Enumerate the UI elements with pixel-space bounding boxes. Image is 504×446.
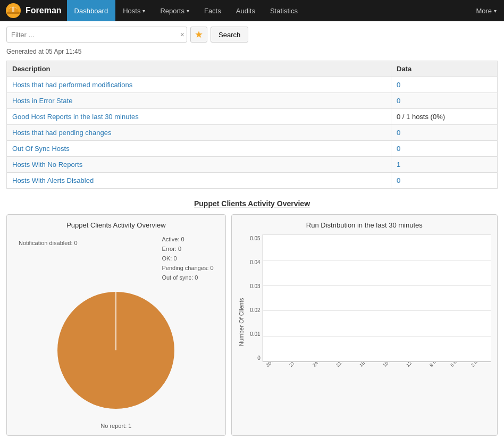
row-data: 0 <box>391 173 498 189</box>
y-label-0: 0 <box>257 355 261 361</box>
nav-items: Dashboard Hosts ▾ Reports ▾ Facts Audits… <box>67 0 305 21</box>
navbar-right: More ▾ <box>468 0 504 21</box>
reports-arrow: ▾ <box>187 8 189 14</box>
y-label-1: 0.01 <box>250 331 260 337</box>
x-label-27: 27 minutes <box>288 362 308 368</box>
row-description-link[interactable]: Hosts in Error State <box>12 97 72 105</box>
search-button[interactable]: Search <box>211 27 248 43</box>
grid-line-5 <box>263 336 491 336</box>
x-label-6: 6 minutes <box>449 362 468 368</box>
row-data-link[interactable]: 0 <box>397 129 400 137</box>
pie-label-active: Active: 0 <box>162 234 213 244</box>
brand: Foreman <box>0 0 67 21</box>
row-data-link[interactable]: 0 <box>397 81 400 89</box>
pie-label-error: Error: 0 <box>162 244 213 254</box>
pie-label-ok: OK: 0 <box>162 254 213 263</box>
charts-section-title: Puppet Clients Activity Overview <box>6 199 498 208</box>
nav-facts[interactable]: Facts <box>197 0 229 21</box>
table-row: Hosts in Error State0 <box>7 93 498 109</box>
table-row: Hosts that had performed modifications0 <box>7 77 498 93</box>
x-label-18: 18 minutes <box>358 362 379 368</box>
row-data: 1 <box>391 157 498 173</box>
bookmark-button[interactable]: ★ <box>190 27 207 43</box>
nav-reports[interactable]: Reports ▾ <box>153 0 197 21</box>
row-description-link[interactable]: Hosts that had pending changes <box>12 129 111 137</box>
row-data: 0 <box>391 93 498 109</box>
row-data-link[interactable]: 0 <box>397 176 400 184</box>
x-label-12: 12 minutes <box>405 362 425 368</box>
table-row: Good Host Reports in the last 30 minutes… <box>7 109 498 125</box>
table-row: Out Of Sync Hosts0 <box>7 141 498 157</box>
pie-label-no-report: No report: 1 <box>100 423 131 429</box>
row-description: Out Of Sync Hosts <box>7 141 391 157</box>
row-description: Hosts that had pending changes <box>7 125 391 141</box>
row-description: Hosts With Alerts Disabled <box>7 173 391 189</box>
bar-chart-box: Run Distribution in the last 30 minutes … <box>231 214 498 436</box>
bar-chart-area <box>263 234 491 362</box>
bar-chart-title: Run Distribution in the last 30 minutes <box>238 221 491 229</box>
table-row: Hosts With No Reports1 <box>7 157 498 173</box>
brand-name: Foreman <box>26 6 62 15</box>
y-label-5: 0.05 <box>250 235 260 241</box>
col-description: Description <box>7 61 391 77</box>
table-row: Hosts With Alerts Disabled0 <box>7 173 498 189</box>
hosts-arrow: ▾ <box>142 8 145 14</box>
row-description-link[interactable]: Hosts With No Reports <box>12 161 82 169</box>
grid-line-2 <box>263 260 491 260</box>
row-data: 0 <box>391 141 498 157</box>
pie-chart-title: Puppet Clients Activity Overview <box>13 221 219 229</box>
row-data: 0 <box>391 77 498 93</box>
pie-label-pending: Pending changes: 0 <box>162 263 213 273</box>
y-label-3: 0.03 <box>250 283 260 289</box>
row-description-link[interactable]: Out Of Sync Hosts <box>12 145 70 153</box>
pie-svg <box>47 281 185 419</box>
generated-info: Generated at 05 Apr 11:45 <box>6 48 498 55</box>
more-arrow: ▾ <box>494 8 497 14</box>
charts-row: Puppet Clients Activity Overview Notific… <box>6 214 498 436</box>
col-data: Data <box>391 61 498 77</box>
row-description: Good Host Reports in the last 30 minutes <box>7 109 391 125</box>
filter-clear-icon[interactable]: × <box>180 30 184 39</box>
nav-hosts[interactable]: Hosts ▾ <box>115 0 153 21</box>
x-label-30: 30 minutes <box>265 362 285 368</box>
bookmark-icon: ★ <box>195 29 203 40</box>
row-description: Hosts in Error State <box>7 93 391 109</box>
pie-container: Notification disabled: 0 Active: 0 Error… <box>13 234 219 429</box>
row-description-link[interactable]: Hosts With Alerts Disabled <box>12 176 94 184</box>
row-description-link[interactable]: Hosts that had performed modifications <box>12 81 132 89</box>
data-table: Description Data Hosts that had performe… <box>6 61 498 189</box>
row-data-link[interactable]: 1 <box>397 161 400 169</box>
x-label-24: 24 minutes <box>312 362 332 368</box>
row-description: Hosts With No Reports <box>7 157 391 173</box>
grid-line-3 <box>263 285 491 286</box>
pie-label-notification: Notification disabled: 0 <box>19 240 78 246</box>
row-data-link[interactable]: 0 <box>397 97 400 105</box>
nav-more[interactable]: More ▾ <box>468 0 504 21</box>
row-data: 0 <box>391 125 498 141</box>
pie-labels-right: Active: 0 Error: 0 OK: 0 Pending changes… <box>162 234 213 282</box>
row-description-link[interactable]: Good Host Reports in the last 30 minutes <box>12 113 139 121</box>
table-row: Hosts that had pending changes0 <box>7 125 498 141</box>
grid-line-4 <box>263 310 491 311</box>
x-label-21: 21 minutes <box>335 362 355 368</box>
x-axis-labels: 30 minutes 27 minutes 24 minutes 21 minu… <box>265 362 491 394</box>
foreman-logo <box>5 3 21 19</box>
filter-bar: × ★ Search <box>6 27 498 43</box>
nav-statistics[interactable]: Statistics <box>263 0 305 21</box>
row-data-link[interactable]: 0 <box>397 145 400 153</box>
navbar: Foreman Dashboard Hosts ▾ Reports ▾ Fact… <box>0 0 504 21</box>
filter-input[interactable] <box>6 27 187 43</box>
row-data: 0 / 1 hosts (0%) <box>391 109 498 125</box>
y-label-4: 0.04 <box>250 259 260 265</box>
pie-label-out-of-sync: Out of sync: 0 <box>162 273 213 282</box>
nav-dashboard[interactable]: Dashboard <box>67 0 116 21</box>
y-label-2: 0.02 <box>250 307 260 313</box>
y-axis-title: Number Of Clients <box>238 298 245 346</box>
svg-rect-1 <box>12 7 14 12</box>
nav-audits[interactable]: Audits <box>229 0 263 21</box>
pie-chart-box: Puppet Clients Activity Overview Notific… <box>6 214 226 436</box>
main-content: × ★ Search Generated at 05 Apr 11:45 Des… <box>0 21 504 441</box>
x-label-3: 3 minutes <box>470 362 489 368</box>
filter-input-wrap: × <box>6 27 187 43</box>
x-label-15: 15 minutes <box>382 362 402 368</box>
